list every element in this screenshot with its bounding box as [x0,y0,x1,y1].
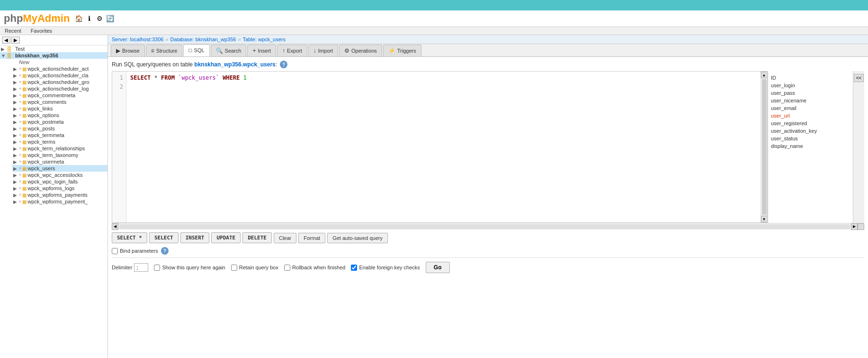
col-user-url[interactable]: user_url [771,112,850,119]
sidebar-item-wpck-posts[interactable]: ▶ + ▦ wpck_posts [12,125,107,132]
tab-import[interactable]: ↓ Import [308,45,338,56]
bind-help-icon[interactable]: ? [161,247,169,255]
sidebar-item-test[interactable]: ▶ 🗄 Test [0,46,107,52]
vertical-scrollbar[interactable]: ▲ ▼ [761,72,767,222]
scroll-left-arrow[interactable]: ◀ [112,223,118,230]
sidebar-collapse-btn[interactable]: ◀ [2,37,10,44]
breadcrumb-server[interactable]: Server: localhost:3306 [112,37,163,42]
retain-query-box-label[interactable]: Retain query box [231,265,278,271]
retain-query-box-checkbox[interactable] [231,265,237,271]
delimiter-input[interactable] [134,263,148,272]
select-star-button[interactable]: SELECT * [112,232,147,243]
scroll-right-arrow[interactable]: ▶ [851,223,858,230]
sidebar-item-wpck-actionscheduler-gro[interactable]: ▶ + ▦ wpck_actionscheduler_gro [12,79,107,85]
sidebar-item-wpck-wpforms-payments[interactable]: ▶ + ▦ wpck_wpforms_payments [12,192,107,198]
col-user-activation-key[interactable]: user_activation_key [771,127,850,135]
bknskhan-db-icon: 🗄 [7,53,14,58]
update-button[interactable]: UPDATE [211,232,241,243]
delete-button[interactable]: DELETE [242,232,272,243]
rollback-checkbox[interactable] [284,265,290,271]
tab-search[interactable]: 🔍 Search [211,45,247,56]
recent-link[interactable]: Recent [0,27,26,35]
info-icon[interactable]: ℹ [85,14,93,23]
favorites-link[interactable]: Favorites [26,27,57,35]
bind-parameters-label[interactable]: Bind parameters [112,248,158,254]
tab-export[interactable]: ↑ Export [277,45,307,56]
sidebar-item-wpck-postmeta[interactable]: ▶ + ▦ wpck_postmeta [12,119,107,125]
sidebar: ◀ ▶ ▶ 🗄 Test ▼ 🗄 bknskhan_wp356 New [0,35,108,358]
breadcrumb-table[interactable]: Table: wpck_users [243,37,286,42]
query-help-icon[interactable]: ? [280,61,287,68]
sidebar-item-wpck-actionscheduler-log[interactable]: ▶ + ▦ wpck_actionscheduler_log [12,85,107,92]
scroll-up-arrow[interactable]: ▲ [761,72,768,78]
tab-insert-label: Insert [258,48,271,54]
sidebar-expand-btn[interactable]: ▶ [11,37,20,44]
sidebar-item-wpck-wpforms-payment-u[interactable]: ▶ + ▦ wpck_wpforms_payment_ [12,198,107,205]
sidebar-item-wpck-actionscheduler-act[interactable]: ▶ + ▦ wpck_actionscheduler_act [12,65,107,72]
scroll-down-arrow[interactable]: ▼ [761,216,768,222]
col-display-name[interactable]: display_name [771,142,850,150]
sidebar-item-wpck-commentmeta[interactable]: ▶ + ▦ wpck_commentmeta [12,92,107,99]
query-header-text: Run SQL query/queries on table bknskhan_… [112,61,277,68]
tab-operations-label: Operations [351,48,377,54]
breadcrumb-database[interactable]: Database: bknskhan_wp356 [170,37,236,42]
logo-php: php [4,12,23,24]
sidebar-item-wpck-wpc-login-fails[interactable]: ▶ + ▦ wpck_wpc_login_fails [12,178,107,185]
col-user-status[interactable]: user_status [771,135,850,142]
rollback-label[interactable]: Rollback when finished [284,265,346,271]
sidebar-item-wpck-terms[interactable]: ▶ + ▦ wpck_terms [12,138,107,145]
bind-parameters-checkbox[interactable] [112,248,118,254]
get-autosaved-button[interactable]: Get auto-saved query [327,233,388,243]
col-user-nicename[interactable]: user_nicename [771,97,850,104]
foreign-key-checkbox[interactable] [351,265,357,271]
show-query-again-checkbox[interactable] [154,265,160,271]
tab-browse[interactable]: ▶ Browse [111,45,145,56]
foreign-key-label[interactable]: Enable foreign key checks [351,265,420,271]
code-line-2 [130,83,757,92]
sidebar-item-new[interactable]: New [12,59,107,65]
sql-code-area[interactable]: SELECT * FROM `wpck_users` WHERE 1 [126,72,761,222]
col-id[interactable]: ID [771,74,850,82]
sidebar-item-wpck-wpforms-logs[interactable]: ▶ + ▦ wpck_wpforms_logs [12,185,107,192]
col-user-email[interactable]: user_email [771,104,850,112]
tab-structure[interactable]: ≡ Structure [146,45,183,56]
tab-sql[interactable]: □ SQL [183,44,209,56]
sidebar-scroll[interactable]: ▶ 🗄 Test ▼ 🗄 bknskhan_wp356 New ▶ + [0,46,107,358]
export-icon: ↑ [282,47,285,54]
show-query-again-label[interactable]: Show this query here again [154,265,225,271]
sidebar-item-wpck-users[interactable]: ▶ + ▦ wpck_users [12,165,107,172]
clear-button[interactable]: Clear [274,233,296,243]
col-user-login[interactable]: user_login [771,82,850,89]
go-button[interactable]: Go [426,262,450,273]
sidebar-item-wpck-comments[interactable]: ▶ + ▦ wpck_comments [12,99,107,105]
sidebar-item-wpck-options[interactable]: ▶ + ▦ wpck_options [12,112,107,119]
tab-triggers[interactable]: ⚡ Triggers [383,45,421,56]
sidebar-item-wpck-usermeta[interactable]: ▶ + ▦ wpck_usermeta [12,158,107,165]
sidebar-item-wpck-term-taxonomy[interactable]: ▶ + ▦ wpck_term_taxonomy [12,152,107,158]
col-user-registered[interactable]: user_registered [771,119,850,127]
insert-button[interactable]: INSERT [180,232,210,243]
col-user-pass[interactable]: user_pass [771,89,850,97]
settings-icon[interactable]: ⚙ [95,14,104,23]
sidebar-item-bknskhan[interactable]: ▼ 🗄 bknskhan_wp356 [0,52,107,59]
test-db-label: Test [15,46,25,52]
tab-operations[interactable]: ⚙ Operations [339,45,382,56]
search-icon: 🔍 [216,47,223,54]
sidebar-item-wpck-links[interactable]: ▶ + ▦ wpck_links [12,105,107,112]
tab-insert[interactable]: + Insert [247,45,276,56]
horizontal-scrollbar[interactable]: ◀ ▶ [112,223,864,229]
sidebar-item-wpck-termmeta[interactable]: ▶ + ▦ wpck_termmeta [12,132,107,138]
h-scroll-track[interactable] [119,224,850,229]
toggle-right-panel-btn[interactable]: << [854,74,864,82]
home-icon[interactable]: 🏠 [74,14,83,23]
resize-handle[interactable] [858,223,864,230]
refresh-icon[interactable]: 🔄 [106,14,114,23]
sidebar-item-wpck-term-relationships[interactable]: ▶ + ▦ wpck_term_relationships [12,145,107,152]
sidebar-item-wpck-wpc-accesslocks[interactable]: ▶ + ▦ wpck_wpc_accesslocks [12,172,107,178]
select-button[interactable]: SELECT [149,232,179,243]
scroll-thumb[interactable] [762,79,767,215]
operations-icon: ⚙ [344,47,349,54]
format-button[interactable]: Format [298,233,325,243]
sidebar-item-wpck-actionscheduler-cla[interactable]: ▶ + ▦ wpck_actionscheduler_cla [12,72,107,79]
right-panel-toggle[interactable]: << [853,71,864,223]
